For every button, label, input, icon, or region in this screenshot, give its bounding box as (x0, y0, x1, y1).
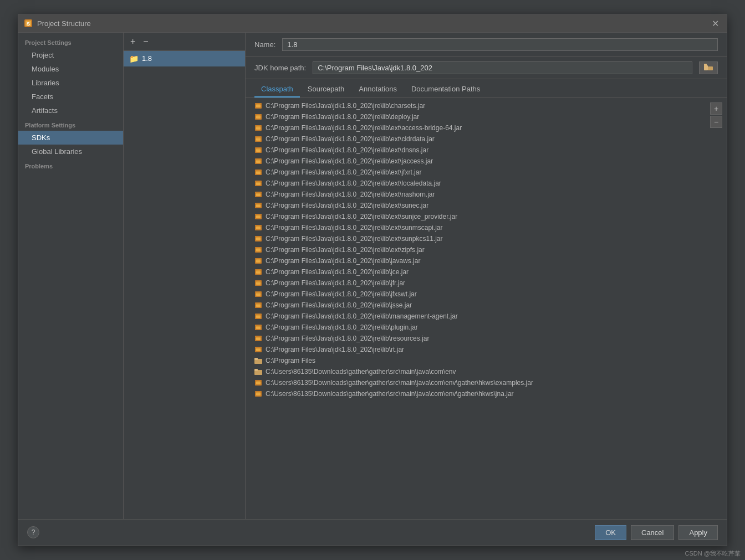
path-text: C:\Program Files\Java\jdk1.8.0_202\jre\l… (266, 157, 433, 165)
sidebar-item-project[interactable]: Project (18, 48, 123, 62)
list-item[interactable]: C:\Program Files\Java\jdk1.8.0_202\jre\l… (246, 311, 727, 322)
project-settings-label: Project Settings (18, 35, 123, 48)
list-item[interactable]: C:\Users\86135\Downloads\gather\gather\s… (246, 377, 727, 388)
list-item[interactable]: C:\Program Files\Java\jdk1.8.0_202\jre\l… (246, 211, 727, 222)
remove-path-button[interactable]: − (710, 116, 722, 128)
list-item[interactable]: C:\Program Files\Java\jdk1.8.0_202\jre\l… (246, 322, 727, 333)
list-item[interactable]: C:\Program Files\Java\jdk1.8.0_202\jre\l… (246, 100, 727, 111)
list-item[interactable]: C:\Program Files\Java\jdk1.8.0_202\jre\l… (246, 156, 727, 167)
path-text: C:\Program Files\Java\jdk1.8.0_202\jre\l… (266, 179, 441, 187)
help-button[interactable]: ? (27, 526, 39, 538)
footer: ? OK Cancel Apply (18, 519, 727, 546)
folder-icon (254, 357, 262, 364)
name-input[interactable] (282, 38, 718, 51)
sidebar-item-facets[interactable]: Facets (18, 90, 123, 104)
tabs-bar: Classpath Sourcepath Annotations Documen… (246, 79, 727, 98)
path-text: C:\Program Files\Java\jdk1.8.0_202\jre\l… (266, 102, 425, 110)
sidebar: Project Settings Project Modules Librari… (18, 33, 124, 519)
list-item[interactable]: C:\Program Files\Java\jdk1.8.0_202\jre\l… (246, 289, 727, 300)
list-item[interactable]: C:\Program Files\Java\jdk1.8.0_202\jre\l… (246, 189, 727, 200)
sdk-list-item[interactable]: 📁 1.8 (124, 51, 245, 66)
path-text: C:\Program Files\Java\jdk1.8.0_202\jre\l… (266, 257, 420, 265)
list-item[interactable]: C:\Program Files\Java\jdk1.8.0_202\jre\l… (246, 255, 727, 266)
list-item[interactable]: C:\Program Files\Java\jdk1.8.0_202\jre\l… (246, 300, 727, 311)
path-text: C:\Program Files\Java\jdk1.8.0_202\jre\l… (266, 279, 405, 287)
list-item[interactable]: C:\Users\86135\Downloads\gather\gather\s… (246, 388, 727, 399)
remove-sdk-button[interactable]: − (141, 36, 150, 47)
content-area: + − C:\Program Files\Java\jdk1.8.0_202\j… (246, 98, 727, 519)
jar-icon (254, 235, 262, 243)
path-text: C:\Program Files\Java\jdk1.8.0_202\jre\l… (266, 323, 418, 331)
title-bar: S Project Structure ✕ (18, 15, 727, 33)
footer-left: ? (27, 526, 590, 538)
list-item[interactable]: C:\Program Files\Java\jdk1.8.0_202\jre\l… (246, 200, 727, 211)
list-item[interactable]: C:\Program Files (246, 355, 727, 366)
list-item[interactable]: C:\Users\86135\Downloads\gather\gather\s… (246, 366, 727, 377)
list-item[interactable]: C:\Program Files\Java\jdk1.8.0_202\jre\l… (246, 167, 727, 178)
jar-icon (254, 135, 262, 143)
path-text: C:\Program Files\Java\jdk1.8.0_202\jre\l… (266, 168, 421, 176)
list-item[interactable]: C:\Program Files\Java\jdk1.8.0_202\jre\l… (246, 111, 727, 122)
path-text: C:\Users\86135\Downloads\gather\gather\s… (266, 390, 514, 398)
tab-sourcepath[interactable]: Sourcepath (301, 81, 351, 97)
jar-icon (254, 168, 262, 176)
path-text: C:\Users\86135\Downloads\gather\gather\s… (266, 379, 533, 387)
list-item[interactable]: C:\Program Files\Java\jdk1.8.0_202\jre\l… (246, 333, 727, 344)
tab-classpath[interactable]: Classpath (254, 81, 300, 97)
jar-icon (254, 246, 262, 254)
list-item[interactable]: C:\Program Files\Java\jdk1.8.0_202\jre\l… (246, 233, 727, 244)
right-panel: Name: JDK home path: Classpath Source (246, 33, 727, 519)
jdk-path-input[interactable] (313, 61, 692, 74)
list-item[interactable]: C:\Program Files\Java\jdk1.8.0_202\jre\l… (246, 278, 727, 289)
jar-icon (254, 213, 262, 220)
close-button[interactable]: ✕ (710, 18, 721, 29)
path-text: C:\Program Files\Java\jdk1.8.0_202\jre\l… (266, 213, 457, 220)
sidebar-item-libraries[interactable]: Libraries (18, 76, 123, 90)
path-text: C:\Program Files\Java\jdk1.8.0_202\jre\l… (266, 312, 458, 320)
path-text: C:\Program Files\Java\jdk1.8.0_202\jre\l… (266, 202, 428, 209)
jar-icon (254, 323, 262, 331)
add-path-button[interactable]: + (710, 102, 722, 115)
problems-label: Problems (18, 158, 123, 172)
list-item[interactable]: C:\Program Files\Java\jdk1.8.0_202\jre\l… (246, 178, 727, 189)
jar-icon (254, 279, 262, 287)
list-item[interactable]: C:\Program Files\Java\jdk1.8.0_202\jre\l… (246, 122, 727, 133)
jar-icon (254, 113, 262, 121)
tab-annotations[interactable]: Annotations (352, 81, 404, 97)
sidebar-item-artifacts[interactable]: Artifacts (18, 104, 123, 117)
jar-icon (254, 268, 262, 276)
ok-button[interactable]: OK (595, 525, 626, 540)
list-item[interactable]: C:\Program Files\Java\jdk1.8.0_202\jre\l… (246, 145, 727, 156)
tab-doc-paths[interactable]: Documentation Paths (405, 81, 487, 97)
browse-button[interactable] (699, 61, 718, 74)
app-icon: S (24, 19, 33, 28)
path-text: C:\Program Files\Java\jdk1.8.0_202\jre\l… (266, 113, 419, 121)
svg-rect-76 (254, 358, 258, 360)
middle-toolbar: + − (124, 33, 245, 51)
list-item[interactable]: C:\Program Files\Java\jdk1.8.0_202\jre\l… (246, 344, 727, 355)
name-row: Name: (246, 33, 727, 57)
jar-icon (254, 346, 262, 353)
cancel-button[interactable]: Cancel (631, 525, 674, 540)
list-item[interactable]: C:\Program Files\Java\jdk1.8.0_202\jre\l… (246, 133, 727, 145)
jar-icon (254, 390, 262, 398)
name-label: Name: (254, 40, 275, 49)
sidebar-item-modules[interactable]: Modules (18, 62, 123, 76)
sidebar-item-global-libraries[interactable]: Global Libraries (18, 145, 123, 158)
list-item[interactable]: C:\Program Files\Java\jdk1.8.0_202\jre\l… (246, 266, 727, 278)
path-text: C:\Users\86135\Downloads\gather\gather\s… (266, 368, 456, 376)
jar-icon (254, 257, 262, 265)
sidebar-item-sdks[interactable]: SDKs (18, 131, 123, 145)
jar-icon (254, 290, 262, 298)
jar-icon (254, 191, 262, 198)
path-text: C:\Program Files\Java\jdk1.8.0_202\jre\l… (266, 246, 425, 254)
path-text: C:\Program Files\Java\jdk1.8.0_202\jre\l… (266, 135, 435, 143)
list-item[interactable]: C:\Program Files\Java\jdk1.8.0_202\jre\l… (246, 244, 727, 255)
folder-icon (254, 368, 262, 376)
add-sdk-button[interactable]: + (128, 36, 137, 47)
dialog-body: Project Settings Project Modules Librari… (18, 33, 727, 519)
jar-icon (254, 102, 262, 110)
sdk-name-label: 1.8 (142, 54, 152, 63)
list-item[interactable]: C:\Program Files\Java\jdk1.8.0_202\jre\l… (246, 222, 727, 233)
apply-button[interactable]: Apply (678, 525, 718, 540)
